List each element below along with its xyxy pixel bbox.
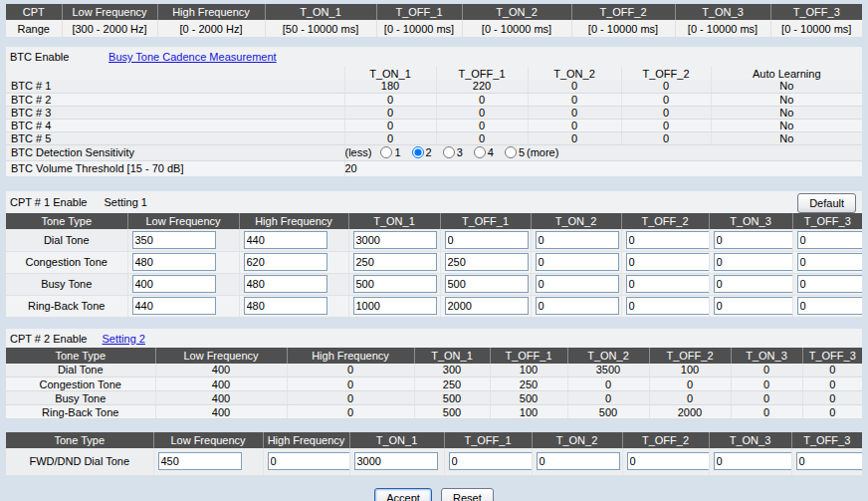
- busy-t-off-1-input[interactable]: [445, 275, 529, 293]
- btc-value: 0: [621, 131, 711, 144]
- col-header-t-off-2: T_OFF_2: [622, 432, 709, 448]
- dial-t-on-3-input[interactable]: [714, 231, 793, 249]
- fwd-t-off-1-input[interactable]: [449, 452, 533, 470]
- col-header-t-on-1: T_ON_1: [265, 4, 376, 20]
- busy-t-on-1-input[interactable]: [353, 275, 437, 293]
- btc-value: 0: [528, 93, 621, 106]
- sensitivity-radio-1[interactable]: [380, 146, 392, 158]
- col-header-t-on-2: T_ON_2: [532, 432, 622, 448]
- fwd-low-frequency-input[interactable]: [158, 452, 242, 470]
- tone-type-label: Busy Tone: [6, 391, 155, 405]
- btc-row-3: BTC # 3 0 0 0 0 No: [6, 106, 862, 119]
- ringback-low-frequency-input[interactable]: [132, 297, 216, 315]
- fwd-t-off-3-input[interactable]: [796, 452, 863, 470]
- ringback-t-off-3-input[interactable]: [797, 297, 863, 315]
- dial-t-off-3-input[interactable]: [797, 231, 863, 249]
- congestion-t-on-3-input[interactable]: [714, 253, 793, 271]
- range-value: [0 - 2000 Hz]: [157, 20, 265, 37]
- col-header-t-off-2: T_OFF_2: [571, 4, 675, 20]
- cpt2-value: 0: [802, 391, 862, 405]
- btc-col-t-off-1: T_OFF_1: [436, 67, 528, 80]
- accept-button[interactable]: Accept: [374, 488, 432, 501]
- busy-t-off-3-input[interactable]: [797, 275, 863, 293]
- busy-t-on-2-input[interactable]: [536, 275, 619, 293]
- col-header-t-on-3: T_ON_3: [709, 432, 791, 448]
- btc-value: 0: [621, 119, 711, 131]
- congestion-t-off-3-input[interactable]: [797, 253, 863, 271]
- fwd-t-off-2-input[interactable]: [627, 452, 710, 470]
- cpt2-value: 0: [567, 377, 649, 391]
- busy-t-off-2-input[interactable]: [626, 275, 710, 293]
- cpt2-value: 500: [490, 391, 567, 405]
- col-header-low-frequency: Low Frequency: [127, 213, 239, 229]
- cpt1-setting-label: Setting 1: [105, 196, 147, 208]
- congestion-t-off-1-input[interactable]: [445, 253, 529, 271]
- cpt2-value: 2000: [649, 405, 731, 419]
- btc-row-5: BTC # 5 0 0 0 0 No: [6, 131, 862, 144]
- busy-low-frequency-input[interactable]: [132, 275, 216, 293]
- dial-t-on-1-input[interactable]: [353, 231, 437, 249]
- footer-actions: Accept Reset: [6, 484, 862, 501]
- col-header-t-on-2: T_ON_2: [531, 213, 621, 229]
- sensitivity-option-label: 2: [426, 146, 432, 158]
- cpt2-congestion-tone-row: Congestion Tone 400 0 250 250 0 0 0 0: [6, 377, 862, 391]
- tone-type-label: FWD/DND Dial Tone: [6, 448, 153, 475]
- tone-type-label: Dial Tone: [6, 364, 155, 377]
- fwd-t-on-2-input[interactable]: [537, 452, 620, 470]
- busy-t-on-3-input[interactable]: [714, 275, 793, 293]
- col-header-t-off-2: T_OFF_2: [649, 348, 731, 364]
- col-header-tone-type: Tone Type: [6, 348, 155, 364]
- busy-high-frequency-input[interactable]: [244, 275, 327, 293]
- fwd-t-on-3-input[interactable]: [714, 452, 792, 470]
- cpt1-table: Tone Type Low Frequency High Frequency T…: [6, 213, 862, 318]
- congestion-high-frequency-input[interactable]: [244, 253, 327, 271]
- sensitivity-radio-5[interactable]: [505, 146, 517, 158]
- cpt2-value: 400: [155, 391, 287, 405]
- ringback-t-off-2-input[interactable]: [626, 297, 710, 315]
- congestion-t-on-1-input[interactable]: [353, 253, 437, 271]
- congestion-low-frequency-input[interactable]: [132, 253, 216, 271]
- fwd-t-on-1-input[interactable]: [354, 452, 438, 470]
- ringback-high-frequency-input[interactable]: [244, 297, 327, 315]
- ringback-t-on-2-input[interactable]: [536, 297, 619, 315]
- fwd-dnd-table: Tone Type Low Frequency High Frequency T…: [6, 432, 862, 476]
- btc-value: 0: [344, 106, 436, 119]
- btc-enable-row: BTC Enable Busy Tone Cadence Measurement: [6, 47, 862, 67]
- btc-auto-learning-value: No: [711, 119, 862, 131]
- ringback-t-on-1-input[interactable]: [353, 297, 437, 315]
- cpt2-value: 500: [567, 405, 649, 419]
- btc-table-header: T_ON_1 T_OFF_1 T_ON_2 T_OFF_2 Auto Learn…: [6, 67, 862, 80]
- btc-sensitivity-row: BTC Detection Sensitivity (less) 1 2 3 4…: [6, 144, 862, 160]
- col-header-t-on-2: T_ON_2: [462, 4, 571, 20]
- btc-row-4: BTC # 4 0 0 0 0 No: [6, 119, 862, 131]
- cpt1-ring-back-tone-row: Ring-Back Tone: [6, 295, 862, 317]
- fwd-table-header: Tone Type Low Frequency High Frequency T…: [6, 432, 862, 448]
- dial-low-frequency-input[interactable]: [132, 231, 216, 249]
- congestion-t-off-2-input[interactable]: [626, 253, 710, 271]
- reset-button[interactable]: Reset: [441, 488, 494, 501]
- btc-row-2: BTC # 2 0 0 0 0 No: [6, 93, 862, 106]
- congestion-t-on-2-input[interactable]: [536, 253, 619, 271]
- ringback-t-off-1-input[interactable]: [445, 297, 529, 315]
- fwd-high-frequency-input[interactable]: [268, 452, 350, 470]
- default-button[interactable]: Default: [797, 193, 856, 213]
- busy-tone-cadence-measurement-link[interactable]: Busy Tone Cadence Measurement: [108, 51, 277, 63]
- btc-auto-learning-value: No: [711, 131, 862, 144]
- dial-t-off-2-input[interactable]: [626, 231, 710, 249]
- btc-value: 0: [344, 93, 436, 106]
- range-value: [0 - 10000 ms]: [571, 20, 675, 37]
- cpt2-value: 0: [287, 405, 414, 419]
- sensitivity-radio-2[interactable]: [412, 146, 424, 158]
- btc-volume-value: 20: [344, 160, 862, 176]
- dial-high-frequency-input[interactable]: [244, 231, 327, 249]
- dial-t-off-1-input[interactable]: [445, 231, 529, 249]
- sensitivity-option-label: 1: [394, 146, 400, 158]
- col-header-t-on-3: T_ON_3: [731, 348, 802, 364]
- ringback-t-on-3-input[interactable]: [714, 297, 793, 315]
- dial-t-on-2-input[interactable]: [536, 231, 619, 249]
- setting-2-link[interactable]: Setting 2: [103, 333, 145, 345]
- sensitivity-radio-3[interactable]: [443, 146, 455, 158]
- sensitivity-radio-4[interactable]: [474, 146, 486, 158]
- btc-row-1: BTC # 1 180 220 0 0 No: [6, 80, 862, 93]
- cpt1-congestion-tone-row: Congestion Tone: [6, 251, 862, 273]
